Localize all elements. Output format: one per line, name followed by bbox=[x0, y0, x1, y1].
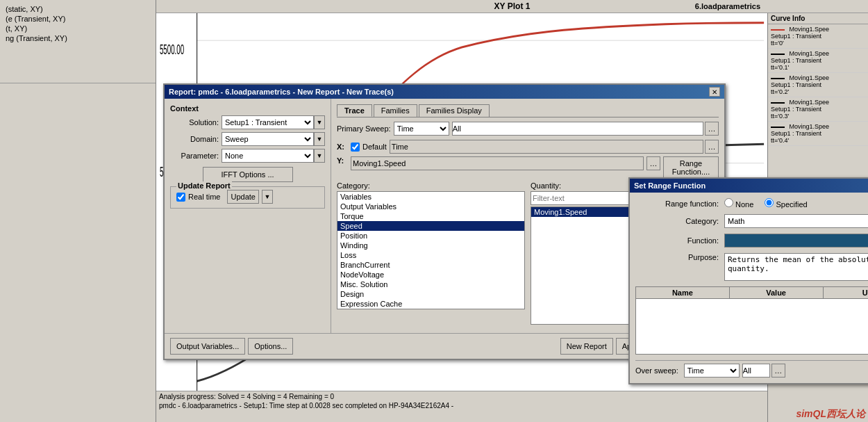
domain-select[interactable]: Sweep bbox=[222, 132, 314, 146]
range-function-button[interactable]: RangeFunction.... bbox=[663, 156, 719, 179]
parameter-label: Parameter: bbox=[170, 152, 219, 160]
y-label: Y: bbox=[337, 156, 351, 165]
cat-item-speed[interactable]: Speed bbox=[337, 221, 524, 231]
over-sweep-label: Over sweep: bbox=[635, 366, 678, 375]
curve-item-4[interactable]: Moving1.SpeeSetup1 : Transienttt='0.3' bbox=[768, 97, 868, 122]
cat-item-expression-cache[interactable]: Expression Cache bbox=[337, 299, 524, 309]
cat-item-misc-solution[interactable]: Misc. Solution bbox=[337, 279, 524, 289]
range-category-select[interactable]: Math bbox=[724, 214, 868, 228]
category-label: Category: bbox=[337, 181, 525, 190]
curve-line-2 bbox=[771, 54, 785, 55]
curve-line-5 bbox=[771, 127, 785, 128]
over-sweep-row: Over sweep: Time … bbox=[635, 360, 868, 378]
solution-label: Solution: bbox=[170, 118, 219, 127]
tabs-bar: Trace Families Families Display bbox=[337, 104, 719, 117]
x-label: X: bbox=[337, 143, 351, 151]
realtime-checkbox[interactable] bbox=[176, 193, 185, 202]
update-row: Real time Update ▼ bbox=[176, 190, 319, 204]
over-sweep-value[interactable] bbox=[742, 364, 770, 378]
update-button[interactable]: Update bbox=[227, 190, 258, 204]
left-item-2[interactable]: (e (Transient, XY) bbox=[4, 14, 151, 24]
plot-title: XY Plot 1 bbox=[494, 1, 531, 11]
range-table-body bbox=[635, 299, 868, 355]
report-context-panel: Context Solution: Setup1 : Transient ▼ D… bbox=[165, 99, 331, 333]
realtime-label: Real time bbox=[188, 193, 220, 201]
over-browse-btn[interactable]: … bbox=[771, 364, 785, 378]
left-panel-items: (static, XY) (e (Transient, XY) (t, XY) … bbox=[3, 3, 153, 44]
primary-sweep-label: Primary Sweep: bbox=[337, 124, 391, 133]
options-button[interactable]: Options... bbox=[248, 338, 293, 355]
status-info: pmdc - 6.loadparametrics - Setup1: Time … bbox=[159, 402, 765, 409]
curve-line-4 bbox=[771, 102, 785, 104]
tab-trace[interactable]: Trace bbox=[337, 104, 372, 117]
update-arrow[interactable]: ▼ bbox=[262, 190, 273, 204]
domain-arrow[interactable]: ▼ bbox=[314, 132, 325, 146]
context-label: Context bbox=[170, 104, 325, 113]
curve-item-1[interactable]: Moving1.SpeeSetup1 : Transienttt='0' bbox=[768, 24, 868, 49]
curve-info-title: Curve Info bbox=[768, 13, 868, 24]
range-table-header: Name Value Unit Description bbox=[635, 286, 868, 299]
output-variables-button[interactable]: Output Variables... bbox=[170, 338, 245, 355]
category-section: Category: Variables Output Variables Tor… bbox=[337, 181, 525, 325]
y-value-input[interactable] bbox=[351, 156, 644, 170]
specified-radio[interactable] bbox=[765, 198, 774, 207]
ifft-options-button[interactable]: IFFT Options ... bbox=[203, 167, 293, 182]
x-browse-btn[interactable]: … bbox=[705, 140, 719, 154]
primary-sweep-row: Primary Sweep: Time … bbox=[337, 122, 719, 136]
solution-select[interactable]: Setup1 : Transient bbox=[222, 115, 314, 129]
category-list[interactable]: Variables Output Variables Torque Speed … bbox=[337, 191, 525, 309]
specified-radio-label[interactable]: Specified bbox=[765, 198, 807, 209]
range-dialog: Set Range Function ✕ Range function: Non… bbox=[628, 177, 868, 384]
parameter-select[interactable]: None bbox=[222, 149, 314, 163]
plot-title-bar: XY Plot 1 6.loadparametrics bbox=[156, 0, 868, 13]
cat-item-position[interactable]: Position bbox=[337, 231, 524, 241]
th-name: Name bbox=[636, 287, 730, 298]
over-sweep-select[interactable]: Time bbox=[684, 364, 740, 378]
range-purpose-label: Purpose: bbox=[635, 253, 719, 261]
cat-item-output-variables[interactable]: Output Variables bbox=[337, 202, 524, 211]
curve-item-5[interactable]: Moving1.SpeeSetup1 : Transienttt='0.4' bbox=[768, 122, 868, 146]
range-purpose-row: Purpose: Returns the mean of the absolut… bbox=[635, 253, 868, 281]
simqi-watermark: simQL西坛人论 bbox=[796, 408, 865, 421]
parameter-arrow[interactable]: ▼ bbox=[314, 149, 325, 163]
solution-arrow[interactable]: ▼ bbox=[314, 115, 325, 129]
cat-item-branch-current[interactable]: BranchCurrent bbox=[337, 260, 524, 270]
cat-item-torque[interactable]: Torque bbox=[337, 211, 524, 221]
right-section-label: 6.loadparametrics bbox=[695, 2, 760, 10]
range-function-label2: Function: bbox=[635, 236, 719, 245]
left-item-1[interactable]: (static, XY) bbox=[4, 4, 151, 14]
svg-text:5500.00: 5500.00 bbox=[160, 42, 184, 57]
tab-families-display[interactable]: Families Display bbox=[419, 104, 490, 117]
update-report-title: Update Report bbox=[176, 181, 232, 190]
cat-item-design[interactable]: Design bbox=[337, 289, 524, 299]
none-radio-label[interactable]: None bbox=[724, 198, 753, 209]
parameter-row: Parameter: None ▼ bbox=[170, 149, 325, 163]
cat-item-winding[interactable]: Winding bbox=[337, 241, 524, 250]
update-report-group: Update Report Real time Update ▼ bbox=[170, 186, 325, 209]
curve-item-3[interactable]: Moving1.SpeeSetup1 : Transienttt='0.2' bbox=[768, 73, 868, 97]
y-browse-btn[interactable]: … bbox=[646, 156, 660, 170]
primary-sweep-browse[interactable]: … bbox=[705, 122, 719, 136]
cat-item-node-voltage[interactable]: NodeVoltage bbox=[337, 270, 524, 279]
tab-families[interactable]: Families bbox=[374, 104, 417, 117]
curve-line-1 bbox=[771, 29, 785, 31]
range-function-input[interactable]: avgabs bbox=[724, 234, 868, 247]
x-axis-row: X: Default … bbox=[337, 140, 719, 154]
primary-sweep-value[interactable] bbox=[452, 122, 703, 136]
new-report-button[interactable]: New Report bbox=[560, 338, 613, 355]
cat-item-variables[interactable]: Variables bbox=[337, 192, 524, 202]
range-purpose-text: Returns the mean of the absolute value o… bbox=[724, 253, 868, 281]
left-item-4[interactable]: ng (Transient, XY) bbox=[4, 33, 151, 43]
th-value: Value bbox=[730, 287, 824, 298]
report-dialog-close[interactable]: ✕ bbox=[709, 87, 720, 97]
curve-item-2[interactable]: Moving1.SpeeSetup1 : Transienttt='0.1' bbox=[768, 49, 868, 73]
none-radio[interactable] bbox=[724, 198, 733, 207]
cat-item-loss[interactable]: Loss bbox=[337, 250, 524, 260]
analysis-progress: Analysis progress: Solved = 4 Solving = … bbox=[159, 393, 765, 400]
left-item-3[interactable]: (t, XY) bbox=[4, 24, 151, 33]
curve-line-3 bbox=[771, 78, 785, 79]
x-default-checkbox[interactable] bbox=[351, 143, 360, 152]
cat-item-expression-converge[interactable]: Expression Converge bbox=[337, 309, 524, 309]
primary-sweep-select[interactable]: Time bbox=[394, 122, 449, 136]
range-dialog-title: Set Range Function bbox=[634, 181, 706, 190]
